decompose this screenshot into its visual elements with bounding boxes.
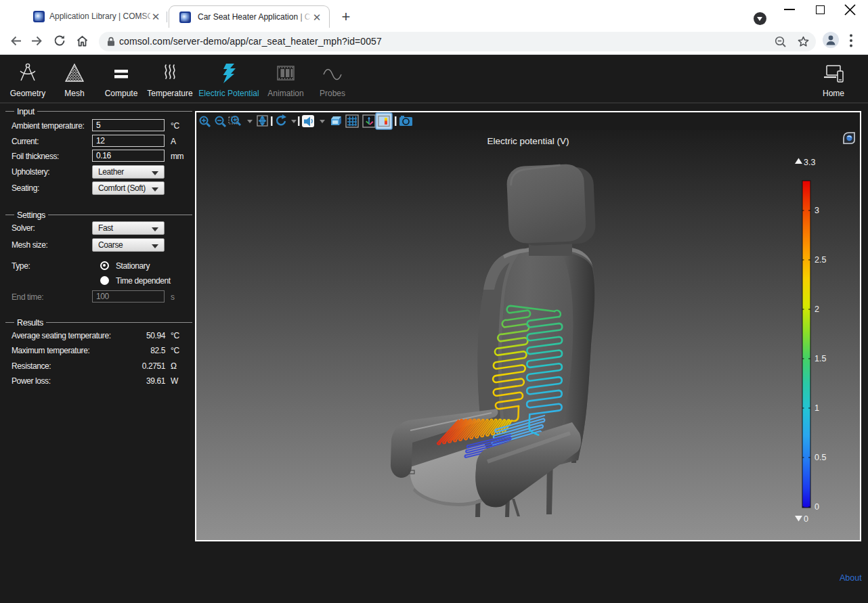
svg-text:Electric potential (V): Electric potential (V) (487, 136, 569, 146)
svg-text:0: 0 (804, 514, 808, 524)
svg-text:3.3: 3.3 (804, 158, 815, 167)
svg-text:3: 3 (815, 206, 819, 215)
svg-text:1: 1 (815, 403, 819, 413)
svg-text:1.5: 1.5 (815, 354, 826, 363)
svg-text:2: 2 (815, 305, 819, 314)
svg-text:0.5: 0.5 (815, 453, 826, 462)
svg-text:2.5: 2.5 (815, 255, 826, 265)
svg-text:0: 0 (815, 502, 819, 512)
